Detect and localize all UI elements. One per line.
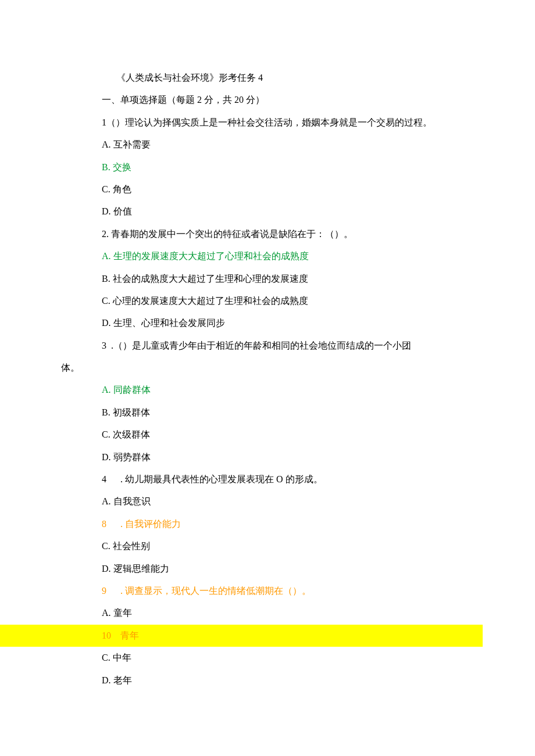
q1-stem: 1（）理论认为择偶实质上是一种社会交往活动，婚姻本身就是一个交易的过程。 <box>0 112 483 134</box>
q5-stem: 9 . 调查显示，现代人一生的情绪低潮期在（）。 <box>0 580 483 602</box>
q3-option-a: A. 同龄群体 <box>0 379 483 401</box>
q4-option-b: 8 . 自我评价能力 <box>0 513 483 535</box>
q5-option-d: D. 老年 <box>0 669 483 691</box>
q2-stem: 2. 青春期的发展中一个突出的特征或者说是缺陷在于：（）。 <box>0 223 483 245</box>
doc-title: 《人类成长与社会环境》形考任务 4 <box>0 67 483 89</box>
q2-option-d: D. 生理、心理和社会发展同步 <box>0 312 483 334</box>
q4-option-d: D. 逻辑思维能力 <box>0 558 483 580</box>
q5-option-c: C. 中年 <box>0 647 483 669</box>
q3-stem-line1: 3 .（）是儿童或青少年由于相近的年龄和相同的社会地位而结成的一个小团 <box>0 335 483 357</box>
q2-option-b: B. 社会的成熟度大大超过了生理和心理的发展速度 <box>0 268 483 290</box>
q1-option-b: B. 交换 <box>0 156 483 178</box>
q3-stem-line2: 体。 <box>0 357 483 379</box>
q4-stem: 4 . 幼儿期最具代表性的心理发展表现在 O 的形成。 <box>0 468 483 490</box>
q5-option-b: 10 青年 <box>0 625 483 647</box>
q3-option-b: B. 初级群体 <box>0 402 483 424</box>
section-header: 一、单项选择题（每题 2 分，共 20 分） <box>0 89 483 111</box>
q1-option-d: D. 价值 <box>0 200 483 223</box>
q1-option-a: A. 互补需要 <box>0 134 483 156</box>
q4-option-a: A. 自我意识 <box>0 490 483 513</box>
q2-option-a: A. 生理的发展速度大大超过了心理和社会的成熟度 <box>0 245 483 267</box>
q2-option-c: C. 心理的发展速度大大超过了生理和社会的成熟度 <box>0 290 483 312</box>
q3-option-d: D. 弱势群体 <box>0 446 483 468</box>
q3-option-c: C. 次级群体 <box>0 424 483 446</box>
q1-option-c: C. 角色 <box>0 178 483 200</box>
document-page: 《人类成长与社会环境》形考任务 4 一、单项选择题（每题 2 分，共 20 分）… <box>0 0 535 756</box>
q5-option-a: A. 童年 <box>0 602 483 624</box>
q4-option-c: C. 社会性别 <box>0 535 483 557</box>
